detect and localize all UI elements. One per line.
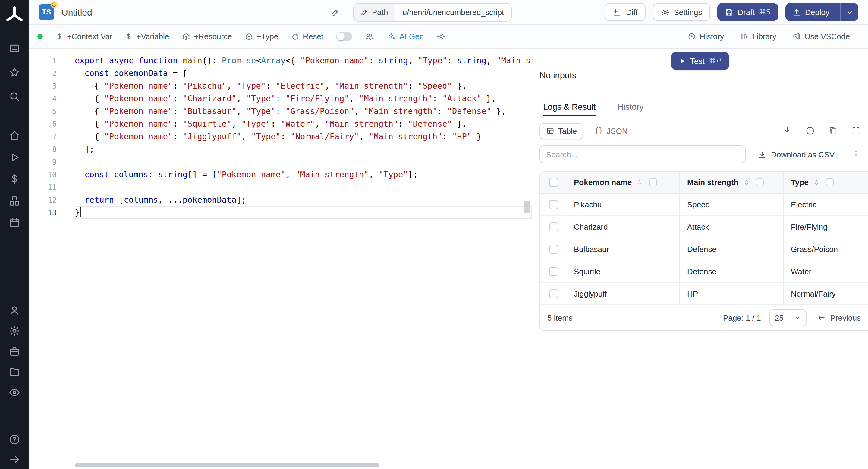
row-checkbox[interactable] <box>549 200 558 209</box>
download-as-csv-button[interactable]: Download as CSV <box>758 150 835 159</box>
row-checkbox[interactable] <box>549 267 558 276</box>
sort-icon[interactable] <box>636 179 644 186</box>
add-resource-button[interactable]: +Resource <box>182 32 232 41</box>
download-as-csv-label: Download as CSV <box>771 150 835 159</box>
cell-value: Squirtle <box>574 267 600 276</box>
table-row[interactable]: PikachuSpeedElectric <box>540 193 868 216</box>
add-context-var-button[interactable]: +Context Var <box>56 32 113 41</box>
view-json-button[interactable]: {} JSON <box>591 123 631 139</box>
line-number: 3 <box>29 80 75 92</box>
code-line-13[interactable]: 13} <box>29 206 532 219</box>
line-number: 8 <box>29 143 75 156</box>
sort-icon[interactable] <box>813 179 821 186</box>
code-line-9[interactable]: 9 <box>29 156 532 168</box>
table-cell: Attack <box>680 216 784 238</box>
deploy-dropdown-button[interactable] <box>840 3 858 21</box>
tab-history[interactable]: History <box>617 97 644 116</box>
row-checkbox[interactable] <box>549 289 558 298</box>
settings-icon[interactable] <box>8 325 21 337</box>
copy-result-button[interactable] <box>828 126 838 136</box>
search-icon[interactable] <box>8 90 21 102</box>
folders-icon[interactable] <box>8 366 21 378</box>
settings-button[interactable]: Settings <box>653 3 710 21</box>
more-options-button[interactable] <box>851 150 861 159</box>
add-type-button[interactable]: +Type <box>245 32 278 41</box>
column-header[interactable]: Main strength <box>680 172 784 193</box>
table-row[interactable]: BulbasaurDefenseGrass/Poison <box>540 238 868 260</box>
row-checkbox[interactable] <box>549 245 558 253</box>
code-text: { "Pokemon name": "Charizard", "Type": "… <box>75 92 532 105</box>
code-editor[interactable]: 1export async function main(): Promise<A… <box>29 49 532 469</box>
expand-result-button[interactable] <box>851 126 861 136</box>
code-line-12[interactable]: 12 return [columns, ...pokemonData]; <box>29 193 532 206</box>
row-checkbox[interactable] <box>549 222 558 231</box>
tab-logs-result[interactable]: Logs & Result <box>543 97 595 116</box>
view-json-label: JSON <box>607 126 627 135</box>
table-cell: Speed <box>680 193 784 215</box>
library-button[interactable]: Library <box>740 32 776 41</box>
select-all-checkbox[interactable] <box>549 178 558 187</box>
help-icon[interactable] <box>8 433 21 445</box>
horizontal-scrollbar[interactable] <box>75 463 379 467</box>
multiplayer-toggle[interactable] <box>336 32 352 41</box>
code-line-4[interactable]: 4 { "Pokemon name": "Charizard", "Type":… <box>29 92 532 105</box>
code-line-11[interactable]: 11 <box>29 181 532 193</box>
expand-sidebar-icon[interactable] <box>8 453 21 465</box>
diff-button[interactable]: Diff <box>605 3 646 21</box>
home-icon[interactable] <box>8 130 21 142</box>
column-checkbox[interactable] <box>649 179 657 186</box>
table-row[interactable]: SquirtleDefenseWater <box>540 260 868 283</box>
status-dot <box>37 34 43 39</box>
path-label: Path <box>372 8 388 17</box>
download-result-button[interactable] <box>782 126 792 136</box>
table-row[interactable]: CharizardAttackFire/Flying <box>540 216 868 238</box>
library-label: Library <box>752 32 776 41</box>
resources-icon[interactable] <box>8 195 21 207</box>
editor-settings-button[interactable] <box>436 32 445 41</box>
column-header[interactable]: Type <box>784 172 868 193</box>
row-checkbox-cell <box>540 216 567 238</box>
result-info-button[interactable] <box>805 126 815 136</box>
code-line-2[interactable]: 2 const pokemonData = [ <box>29 67 532 80</box>
code-line-3[interactable]: 3 { "Pokemon name": "Pikachu", "Type": "… <box>29 80 532 92</box>
test-button[interactable]: Test ⌘↵ <box>671 52 730 70</box>
history-button[interactable]: History <box>687 32 724 41</box>
column-header[interactable]: Pokemon name <box>567 172 680 193</box>
path-group[interactable]: Path u/henri/unencumbered_script <box>353 3 512 22</box>
sort-icon[interactable] <box>743 179 750 186</box>
deploy-button[interactable]: Deploy <box>785 3 836 21</box>
search-input[interactable] <box>539 145 746 163</box>
sidebar-group-main <box>8 130 21 228</box>
code-line-6[interactable]: 6 { "Pokemon name": "Squirtle", "Type": … <box>29 118 532 130</box>
code-line-8[interactable]: 8 ]; <box>29 143 532 156</box>
workers-icon[interactable] <box>8 345 21 357</box>
use-vscode-button[interactable]: Use VSCode <box>792 32 850 41</box>
test-label: Test <box>690 56 705 65</box>
column-checkbox[interactable] <box>826 179 834 186</box>
column-checkbox[interactable] <box>756 179 764 186</box>
code-line-1[interactable]: 1export async function main(): Promise<A… <box>29 54 532 67</box>
edit-title-button[interactable] <box>330 7 340 17</box>
keypad-icon[interactable] <box>8 42 21 54</box>
multiplayer-users-button[interactable] <box>364 32 374 41</box>
add-variable-button[interactable]: +Variable <box>125 32 169 41</box>
code-line-7[interactable]: 7 { "Pokemon name": "Jigglypuff", "Type"… <box>29 130 532 143</box>
draft-button[interactable]: Draft ⌘S <box>717 3 778 21</box>
schedules-icon[interactable] <box>8 216 21 228</box>
variables-icon[interactable] <box>8 173 21 185</box>
user-icon[interactable] <box>8 305 21 316</box>
save-icon <box>724 7 733 17</box>
code-line-10[interactable]: 10 const columns: string[] = ["Pokemon n… <box>29 168 532 181</box>
view-table-button[interactable]: Table <box>539 123 584 139</box>
audit-logs-icon[interactable] <box>8 386 21 399</box>
reset-button[interactable]: Reset <box>291 32 323 41</box>
runs-icon[interactable] <box>8 151 21 163</box>
page-size-select[interactable]: 25 <box>770 309 807 326</box>
ai-gen-button[interactable]: AI Gen <box>387 32 424 41</box>
star-icon[interactable] <box>8 66 21 79</box>
windmill-logo[interactable] <box>4 5 25 25</box>
code-line-5[interactable]: 5 { "Pokemon name": "Bulbasaur", "Type":… <box>29 105 532 118</box>
cell-value: Bulbasaur <box>574 245 609 253</box>
table-row[interactable]: JigglypuffHPNormal/Fairy <box>540 283 868 305</box>
previous-page-button[interactable]: Previous <box>818 313 861 322</box>
